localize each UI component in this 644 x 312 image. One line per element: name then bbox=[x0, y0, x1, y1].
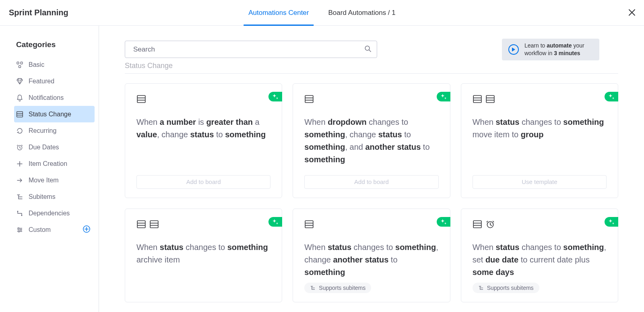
learn-automate-banner[interactable]: Learn to automate your workflow in 3 min… bbox=[502, 39, 599, 60]
sidebar-item-custom[interactable]: Custom bbox=[14, 221, 95, 238]
search-input[interactable] bbox=[125, 41, 377, 58]
sidebar-item-label: Recurring bbox=[29, 127, 56, 134]
sliders-icon bbox=[16, 226, 23, 233]
card-type-icons bbox=[304, 94, 438, 104]
card-type-icons bbox=[473, 219, 607, 229]
add-custom-icon[interactable] bbox=[83, 225, 91, 235]
card-type-icons bbox=[304, 219, 438, 229]
sidebar-item-dependencies[interactable]: Dependencies bbox=[14, 205, 95, 221]
sidebar-item-move-item[interactable]: Move Item bbox=[14, 172, 95, 188]
svg-point-0 bbox=[365, 46, 369, 50]
grid-icon bbox=[16, 61, 23, 68]
card-type-icons bbox=[473, 94, 607, 104]
sparkle-badge-icon bbox=[605, 92, 618, 101]
close-icon[interactable] bbox=[628, 8, 636, 18]
sidebar-item-recurring[interactable]: Recurring bbox=[14, 122, 95, 139]
search-wrap bbox=[125, 41, 377, 58]
sparkle-badge-icon bbox=[437, 217, 450, 227]
automation-card[interactable]: When status changes to something move it… bbox=[461, 83, 618, 198]
sidebar-item-label: Notifications bbox=[29, 94, 64, 101]
use-template-button[interactable]: Use template bbox=[473, 175, 607, 189]
sparkle-badge-icon bbox=[268, 92, 282, 101]
card-type-icons bbox=[136, 94, 270, 104]
automation-recipe-text: When a number is greater than a value, c… bbox=[136, 116, 270, 172]
sidebar-item-label: Move Item bbox=[29, 177, 59, 184]
content: Learn to automate your workflow in 3 min… bbox=[99, 26, 644, 312]
sparkle-badge-icon bbox=[268, 217, 282, 227]
plus-icon bbox=[16, 160, 23, 167]
sidebar-title: Categories bbox=[16, 40, 99, 49]
sparkle-badge-icon bbox=[437, 92, 450, 101]
sidebar-item-label: Item Creation bbox=[29, 160, 67, 167]
automation-card[interactable]: When status changes to something archive… bbox=[125, 209, 282, 302]
sidebar-item-status-change[interactable]: Status Change bbox=[14, 106, 95, 122]
automation-card[interactable]: When a number is greater than a value, c… bbox=[125, 83, 282, 198]
dependencies-icon bbox=[16, 210, 23, 217]
sidebar-item-due-dates[interactable]: Due Dates bbox=[14, 139, 95, 155]
bell-icon bbox=[16, 94, 23, 101]
sidebar-item-notifications[interactable]: Notifications bbox=[14, 89, 95, 106]
diamond-icon bbox=[16, 78, 23, 85]
sidebar-item-label: Custom bbox=[29, 226, 51, 233]
play-icon bbox=[508, 44, 519, 55]
tab-automations-center[interactable]: Automations Center bbox=[248, 0, 309, 25]
supports-subitems-pill: Supports subitems bbox=[304, 283, 371, 293]
automation-card[interactable]: When dropdown changes to something, chan… bbox=[293, 83, 450, 198]
card-type-icons bbox=[136, 219, 270, 229]
automation-recipe-text: When dropdown changes to something, chan… bbox=[304, 116, 438, 172]
section-title: Status Change bbox=[125, 62, 618, 70]
sidebar-item-basic[interactable]: Basic bbox=[14, 56, 95, 73]
subitems-icon bbox=[16, 193, 23, 200]
sidebar: Categories BasicFeaturedNotificationsSta… bbox=[0, 26, 99, 312]
page-title: Sprint Planning bbox=[9, 8, 68, 17]
header-tabs: Automations Center Board Automations / 1 bbox=[248, 0, 396, 25]
sidebar-item-label: Subitems bbox=[29, 193, 56, 200]
automation-recipe-text: When status changes to something move it… bbox=[473, 116, 607, 172]
supports-subitems-pill: Supports subitems bbox=[473, 283, 539, 293]
sidebar-item-item-creation[interactable]: Item Creation bbox=[14, 155, 95, 172]
search-icon bbox=[364, 45, 372, 54]
add-to-board-button[interactable]: Add to board bbox=[304, 175, 438, 189]
section-divider bbox=[125, 73, 618, 74]
sidebar-item-subitems[interactable]: Subitems bbox=[14, 188, 95, 205]
arrow-right-icon bbox=[16, 177, 23, 184]
clock-icon bbox=[16, 144, 23, 151]
recurring-icon bbox=[16, 127, 23, 134]
header: Sprint Planning Automations Center Board… bbox=[0, 0, 644, 26]
automation-card[interactable]: When status changes to something, change… bbox=[293, 209, 450, 302]
add-to-board-button[interactable]: Add to board bbox=[136, 175, 270, 189]
sidebar-item-label: Dependencies bbox=[29, 210, 70, 217]
sidebar-item-label: Basic bbox=[29, 61, 44, 68]
sidebar-item-featured[interactable]: Featured bbox=[14, 73, 95, 89]
sidebar-item-label: Due Dates bbox=[29, 144, 59, 151]
automation-recipe-text: When status changes to something, set du… bbox=[473, 241, 607, 279]
list-icon bbox=[16, 111, 23, 118]
sidebar-item-label: Status Change bbox=[29, 111, 71, 118]
automation-card[interactable]: When status changes to something, set du… bbox=[461, 209, 618, 302]
automation-recipe-text: When status changes to something archive… bbox=[136, 241, 270, 293]
sparkle-badge-icon bbox=[605, 217, 618, 227]
tab-board-automations[interactable]: Board Automations / 1 bbox=[328, 0, 395, 25]
automation-recipe-text: When status changes to something, change… bbox=[304, 241, 438, 279]
sidebar-item-label: Featured bbox=[29, 78, 54, 85]
